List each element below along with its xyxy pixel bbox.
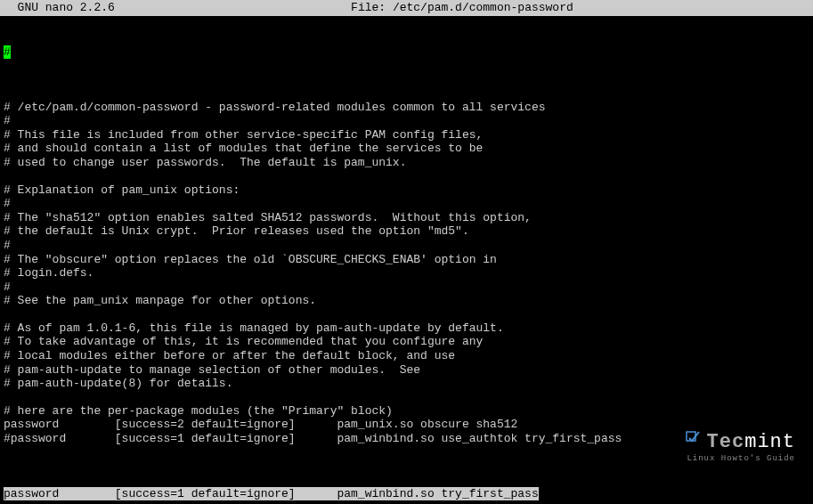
file-line: # xyxy=(4,280,809,295)
file-line: # xyxy=(4,114,809,128)
file-line: # local modules either before or after t… xyxy=(4,349,809,363)
highlighted-line: password [success=1 default=ignore] pam_… xyxy=(4,487,539,500)
editor-header: GNU nano 2.2.6 File: /etc/pam.d/common-p… xyxy=(0,0,813,16)
file-label: File: /etc/pam.d/common-password xyxy=(115,1,809,15)
file-line: # xyxy=(4,239,809,253)
file-line: # xyxy=(4,197,809,211)
file-line: # The "obscure" option replaces the old … xyxy=(4,253,809,267)
file-line: # login.defs. xyxy=(4,266,809,280)
check-icon xyxy=(684,429,702,454)
file-line: # here are the per-package modules (the … xyxy=(4,404,809,419)
file-line xyxy=(4,170,809,183)
cursor: # xyxy=(4,45,11,59)
file-line xyxy=(4,87,809,101)
file-line: # pam-auth-update(8) for details. xyxy=(4,377,809,391)
file-line: # See the pam_unix manpage for other opt… xyxy=(4,294,809,308)
file-line: # used to change user passwords. The def… xyxy=(4,156,809,170)
file-line: # The "sha512" option enables salted SHA… xyxy=(4,211,809,225)
file-line: # the default is Unix crypt. Prior relea… xyxy=(4,224,809,239)
file-line xyxy=(4,308,809,321)
file-line: # To take advantage of this, it is recom… xyxy=(4,335,809,349)
file-line: # This file is included from other servi… xyxy=(4,128,809,142)
file-line xyxy=(4,391,809,404)
app-version: GNU nano 2.2.6 xyxy=(4,1,115,15)
file-line: # As of pam 1.0.1-6, this file is manage… xyxy=(4,321,809,336)
file-line: # /etc/pam.d/common-password - password-… xyxy=(4,101,809,115)
file-line: # and should contain a list of modules t… xyxy=(4,142,809,156)
file-line: # pam-auth-update to manage selection of… xyxy=(4,363,809,378)
file-line: # Explanation of pam_unix options: xyxy=(4,183,809,198)
watermark: Tecmint Linux Howto's Guide xyxy=(684,429,795,464)
